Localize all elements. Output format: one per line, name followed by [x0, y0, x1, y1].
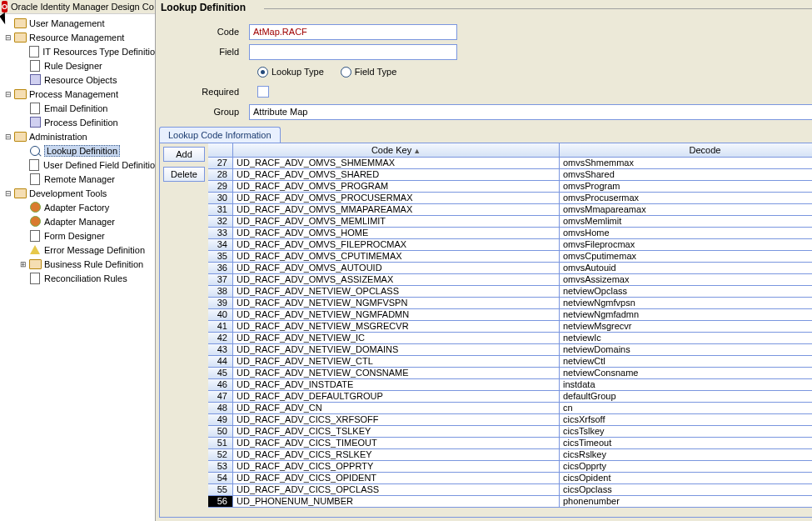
codekey-cell[interactable]: UD_PHONENUM_NUMBER	[233, 496, 560, 508]
tree-item[interactable]: Remote Manager	[0, 172, 155, 186]
codekey-cell[interactable]: UD_RACF_ADV_NETVIEW_NGMFVSPN	[233, 298, 560, 309]
required-checkbox[interactable]	[257, 86, 269, 98]
table-body[interactable]: 27UD_RACF_ADV_OMVS_SHMEMMAXomvsShmemmax2…	[208, 158, 812, 517]
decode-cell[interactable]: netviewMsgrecvr	[560, 321, 812, 333]
table-row[interactable]: 40UD_RACF_ADV_NETVIEW_NGMFADMNnetviewNgm…	[208, 309, 812, 321]
tree-item[interactable]: Form Designer	[0, 228, 155, 243]
table-row[interactable]: 55UD_RACF_ADV_CICS_OPCLASScicsOpclass	[208, 484, 812, 496]
codekey-cell[interactable]: UD_RACF_ADV_DEFAULTGROUP	[233, 391, 560, 403]
table-row[interactable]: 39UD_RACF_ADV_NETVIEW_NGMFVSPNnetviewNgm…	[208, 298, 812, 309]
codekey-cell[interactable]: UD_RACF_ADV_CICS_OPCLASS	[233, 484, 560, 496]
codekey-cell[interactable]: UD_RACF_ADV_OMVS_FILEPROCMAX	[233, 239, 560, 251]
codekey-cell[interactable]: UD_RACF_ADV_NETVIEW_MSGRECVR	[233, 321, 560, 333]
decode-cell[interactable]: cn	[560, 403, 812, 414]
table-row[interactable]: 31UD_RACF_ADV_OMVS_MMAPAREAMAXomvsMmapar…	[208, 204, 812, 216]
decode-cell[interactable]: defaultGroup	[560, 391, 812, 403]
codekey-cell[interactable]: UD_RACF_ADV_OMVS_PROCUSERMAX	[233, 193, 560, 204]
nav-tree[interactable]: User Management⊟Resource ManagementIT Re…	[0, 14, 155, 287]
table-row[interactable]: 43UD_RACF_ADV_NETVIEW_DOMAINSnetviewDoma…	[208, 344, 812, 356]
decode-cell[interactable]: instdata	[560, 379, 812, 391]
codekey-cell[interactable]: UD_RACF_ADV_CICS_TIMEOUT	[233, 438, 560, 449]
tree-item[interactable]: Adapter Factory	[0, 200, 155, 214]
tree-item[interactable]: IT Resources Type Definitio	[0, 44, 155, 58]
tree-item[interactable]: Reconciliation Rules	[0, 271, 155, 285]
table-row[interactable]: 29UD_RACF_ADV_OMVS_PROGRAMomvsProgram	[208, 181, 812, 193]
table-row[interactable]: 27UD_RACF_ADV_OMVS_SHMEMMAXomvsShmemmax	[208, 158, 812, 169]
table-row[interactable]: 52UD_RACF_ADV_CICS_RSLKEYcicsRslkey	[208, 449, 812, 461]
tab-lookup-code-information[interactable]: Lookup Code Information	[159, 127, 281, 143]
tree-item[interactable]: ⊟Development Tools	[0, 186, 155, 200]
table-row[interactable]: 54UD_RACF_ADV_CICS_OPIDENTcicsOpident	[208, 473, 812, 484]
decode-cell[interactable]: cicsTimeout	[560, 438, 812, 449]
table-row[interactable]: 49UD_RACF_ADV_CICS_XRFSOFFcicsXrfsoff	[208, 414, 812, 426]
tree-item[interactable]: ⊞Business Rule Definition	[0, 257, 155, 271]
codekey-cell[interactable]: UD_RACF_ADV_OMVS_CPUTIMEMAX	[233, 251, 560, 263]
table-row[interactable]: 28UD_RACF_ADV_OMVS_SHAREDomvsShared	[208, 169, 812, 181]
add-button[interactable]: Add	[163, 147, 205, 162]
expand-toggle-icon[interactable]: ⊟	[3, 90, 13, 98]
tree-item[interactable]: Email Definition	[0, 101, 155, 115]
table-row[interactable]: 56UD_PHONENUM_NUMBERphonenumber	[208, 496, 812, 508]
decode-cell[interactable]: cicsOpident	[560, 473, 812, 484]
tree-item[interactable]: Rule Designer	[0, 58, 155, 73]
decode-cell[interactable]: omvsMmapareamax	[560, 204, 812, 216]
table-row[interactable]: 46UD_RACF_ADV_INSTDATEinstdata	[208, 379, 812, 391]
group-input[interactable]	[249, 104, 812, 120]
codekey-cell[interactable]: UD_RACF_ADV_OMVS_SHMEMMAX	[233, 158, 560, 169]
tree-item[interactable]: Process Definition	[0, 115, 155, 129]
expand-toggle-icon[interactable]: ⊟	[3, 189, 13, 198]
lookup-type-radio[interactable]: Lookup Type	[257, 67, 324, 78]
codekey-cell[interactable]: UD_RACF_ADV_CICS_OPPRTY	[233, 461, 560, 473]
decode-cell[interactable]: omvsProcusermax	[560, 193, 812, 204]
table-row[interactable]: 50UD_RACF_ADV_CICS_TSLKEYcicsTslkey	[208, 426, 812, 438]
decode-cell[interactable]: omvsAutouid	[560, 263, 812, 274]
rownum-header[interactable]	[208, 143, 233, 157]
expand-toggle-icon[interactable]: ⊟	[3, 133, 13, 141]
codekey-cell[interactable]: UD_RACF_ADV_CICS_TSLKEY	[233, 426, 560, 438]
field-type-radio[interactable]: Field Type	[341, 67, 397, 78]
decode-cell[interactable]: cicsXrfsoff	[560, 414, 812, 426]
tree-item[interactable]: Error Message Definition	[0, 243, 155, 257]
decode-cell[interactable]: omvsCputimemax	[560, 251, 812, 263]
decode-cell[interactable]: netviewConsname	[560, 368, 812, 379]
tree-item[interactable]: Resource Objects	[0, 73, 155, 87]
decode-cell[interactable]: netviewDomains	[560, 344, 812, 356]
codekey-cell[interactable]: UD_RACF_ADV_NETVIEW_NGMFADMN	[233, 309, 560, 321]
decode-cell[interactable]: omvsShared	[560, 169, 812, 181]
decode-cell[interactable]: netviewNgmfvpsn	[560, 298, 812, 309]
decode-cell[interactable]: cicsRslkey	[560, 449, 812, 461]
decode-cell[interactable]: omvsShmemmax	[560, 158, 812, 169]
decode-cell[interactable]: netviewOpclass	[560, 286, 812, 298]
codekey-cell[interactable]: UD_RACF_ADV_OMVS_MMAPAREAMAX	[233, 204, 560, 216]
table-row[interactable]: 38UD_RACF_ADV_NETVIEW_OPCLASSnetviewOpcl…	[208, 286, 812, 298]
table-row[interactable]: 34UD_RACF_ADV_OMVS_FILEPROCMAXomvsFilepr…	[208, 239, 812, 251]
codekey-cell[interactable]: UD_RACF_ADV_INSTDATE	[233, 379, 560, 391]
table-row[interactable]: 37UD_RACF_ADV_OMVS_ASSIZEMAXomvsAssizema…	[208, 274, 812, 286]
codekey-cell[interactable]: UD_RACF_ADV_NETVIEW_IC	[233, 333, 560, 344]
table-row[interactable]: 33UD_RACF_ADV_OMVS_HOMEomvsHome	[208, 228, 812, 239]
field-input[interactable]	[249, 44, 457, 60]
decode-cell[interactable]: phonenumber	[560, 496, 812, 508]
decode-cell[interactable]: cicsTslkey	[560, 426, 812, 438]
codekey-cell[interactable]: UD_RACF_ADV_OMVS_AUTOUID	[233, 263, 560, 274]
codekey-cell[interactable]: UD_RACF_ADV_CICS_XRFSOFF	[233, 414, 560, 426]
decode-cell[interactable]: omvsAssizemax	[560, 274, 812, 286]
codekey-cell[interactable]: UD_RACF_ADV_NETVIEW_OPCLASS	[233, 286, 560, 298]
tree-item[interactable]: ⊟Process Management	[0, 87, 155, 101]
decode-cell[interactable]: omvsFileprocmax	[560, 239, 812, 251]
codekey-cell[interactable]: UD_RACF_ADV_NETVIEW_CONSNAME	[233, 368, 560, 379]
codekey-cell[interactable]: UD_RACF_ADV_OMVS_PROGRAM	[233, 181, 560, 193]
table-row[interactable]: 30UD_RACF_ADV_OMVS_PROCUSERMAXomvsProcus…	[208, 193, 812, 204]
decode-cell[interactable]: cicsOpprty	[560, 461, 812, 473]
decode-cell[interactable]: netviewIc	[560, 333, 812, 344]
tree-item[interactable]: User Management	[0, 16, 155, 30]
expand-toggle-icon[interactable]: ⊞	[18, 260, 28, 268]
table-row[interactable]: 32UD_RACF_ADV_OMVS_MEMLIMITomvsMemlimit	[208, 216, 812, 228]
decode-header[interactable]: Decode	[560, 143, 812, 157]
codekey-cell[interactable]: UD_RACF_ADV_NETVIEW_CTL	[233, 356, 560, 368]
codekey-cell[interactable]: UD_RACF_ADV_CN	[233, 403, 560, 414]
codekey-cell[interactable]: UD_RACF_ADV_OMVS_SHARED	[233, 169, 560, 181]
tree-item[interactable]: Lookup Definition	[0, 143, 155, 158]
codekey-header[interactable]: Code Key▲	[233, 143, 560, 157]
table-row[interactable]: 51UD_RACF_ADV_CICS_TIMEOUTcicsTimeout	[208, 438, 812, 449]
